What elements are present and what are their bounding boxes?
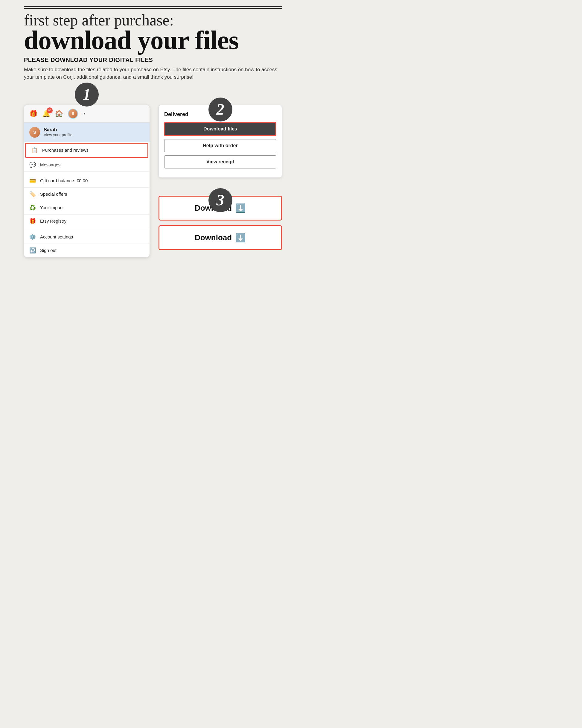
top-border (24, 6, 282, 9)
steps-container: 1 🎁 🔔 50 🏠 S ▼ (24, 90, 282, 257)
menu-item-special-offers[interactable]: 🏷️ Special offers (24, 188, 150, 201)
menu-item-impact[interactable]: ♻️ Your impact (24, 201, 150, 214)
registry-label: Etsy Registry (40, 218, 67, 224)
step1-number: 1 (75, 83, 99, 106)
impact-label: Your impact (40, 205, 64, 210)
right-column: 2 Delivered Download files Help with ord… (159, 90, 282, 250)
registry-icon: 🎁 (29, 218, 36, 225)
description-heading: PLEASE DOWNLOAD YOUR DIGITAL FILES (24, 56, 282, 63)
step3-wrapper: 3 Download ⬇️ Download ⬇️ (159, 196, 282, 250)
menu-item-registry[interactable]: 🎁 Etsy Registry (24, 214, 150, 228)
messages-label: Messages (40, 162, 60, 167)
special-offers-icon: 🏷️ (29, 191, 36, 198)
impact-icon: ♻️ (29, 204, 36, 211)
gift-icon: 🎁 (29, 110, 37, 118)
profile-avatar: S (29, 127, 40, 138)
house-icon: 🏠 (55, 110, 63, 118)
step1-column: 1 🎁 🔔 50 🏠 S ▼ (24, 90, 150, 257)
settings-icon: ⚙️ (29, 234, 36, 240)
menu-item-messages[interactable]: 💬 Messages (24, 158, 150, 172)
giftcard-label: Gift card balance: €0.00 (40, 178, 88, 183)
notification-bell[interactable]: 🔔 50 (42, 110, 50, 118)
etsy-menu: S Sarah View your profile 📋 Purchases an… (24, 123, 150, 257)
step3-number: 3 (208, 188, 232, 212)
profile-name: Sarah (44, 127, 72, 133)
etsy-top-bar: 🎁 🔔 50 🏠 S ▼ (24, 105, 150, 123)
etsy-avatar[interactable]: S (68, 109, 78, 119)
description-section: PLEASE DOWNLOAD YOUR DIGITAL FILES Make … (24, 56, 282, 81)
messages-icon: 💬 (29, 162, 36, 168)
giftcard-icon: 💳 (29, 177, 36, 184)
download-cloud-icon-2: ⬇️ (235, 233, 246, 243)
profile-sub: View your profile (44, 133, 72, 137)
download-label-2: Download (195, 233, 232, 242)
menu-item-purchases[interactable]: 📋 Purchases and reviews (25, 143, 148, 158)
account-label: Account settings (40, 234, 73, 239)
purchases-label: Purchases and reviews (42, 148, 88, 153)
step2-wrapper: 2 Delivered Download files Help with ord… (159, 105, 282, 178)
etsy-menu-profile[interactable]: S Sarah View your profile (24, 123, 150, 142)
etsy-ui-mockup: 🎁 🔔 50 🏠 S ▼ S (24, 105, 150, 257)
signout-label: Sign out (40, 248, 56, 253)
menu-item-giftcard[interactable]: 💳 Gift card balance: €0.00 (24, 174, 150, 188)
bold-title: download your files (24, 27, 282, 54)
header-area: first step after purchase: download your… (24, 12, 282, 54)
download-files-button[interactable]: Download files (164, 122, 276, 136)
step2-number: 2 (208, 98, 232, 122)
description-body: Make sure to download the files related … (24, 66, 282, 81)
special-offers-label: Special offers (40, 191, 67, 197)
signout-icon: ↩️ (29, 247, 36, 254)
menu-item-signout[interactable]: ↩️ Sign out (24, 244, 150, 257)
notification-badge: 50 (47, 107, 53, 113)
help-with-order-button[interactable]: Help with order (164, 139, 276, 152)
dropdown-arrow-icon[interactable]: ▼ (83, 112, 86, 115)
download-cloud-icon-1: ⬇️ (235, 203, 246, 213)
view-receipt-button[interactable]: View receipt (164, 155, 276, 168)
menu-item-account[interactable]: ⚙️ Account settings (24, 230, 150, 244)
download-button-2[interactable]: Download ⬇️ (159, 225, 282, 250)
purchases-icon: 📋 (31, 147, 38, 154)
